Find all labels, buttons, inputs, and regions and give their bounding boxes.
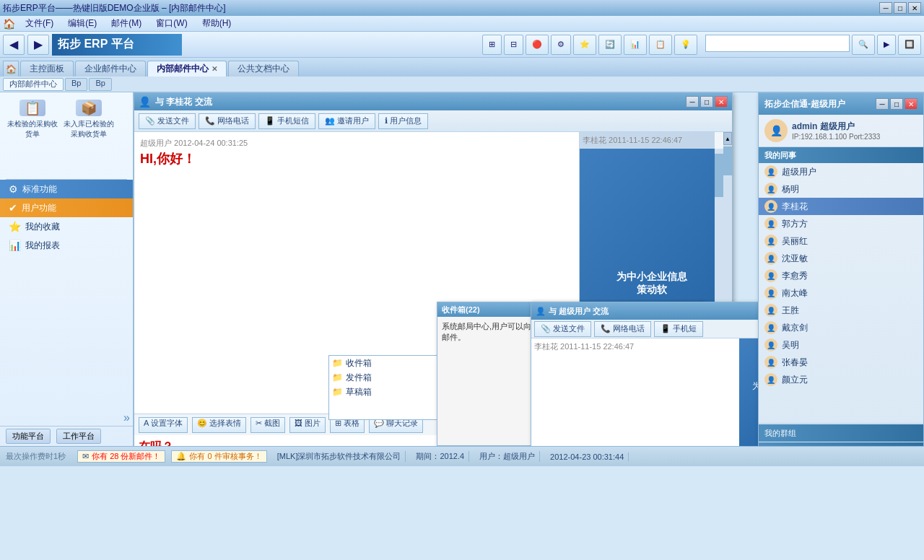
home-tab-icon[interactable]: 🏠: [3, 61, 19, 76]
tab-public-docs[interactable]: 公共文档中心: [228, 61, 299, 76]
icon-img-1: 📋: [19, 100, 45, 116]
tb-btn2[interactable]: ⊟: [504, 35, 523, 55]
screenshot-icon: ✂: [256, 419, 262, 427]
back-btn[interactable]: ◀: [3, 35, 25, 55]
contact-avatar-11: 👤: [764, 356, 777, 369]
chat-restore[interactable]: □: [700, 96, 713, 108]
audit-notice[interactable]: 🔔 你有 0 件审核事务！: [171, 450, 266, 463]
my-group-btn[interactable]: 我的群组: [759, 424, 923, 442]
company-status: [MLK]深圳市拓步软件技术有限公司: [273, 451, 406, 462]
invite-btn[interactable]: 👥 邀请用户: [318, 113, 375, 129]
menu-edit[interactable]: 编辑(E): [64, 16, 101, 31]
contacts-minimize[interactable]: ─: [876, 98, 889, 110]
tab-main-panel[interactable]: 主控面板: [20, 61, 74, 76]
send-file-btn[interactable]: 📎 发送文件: [139, 113, 196, 129]
title-text: 拓步ERP平台——热键旧版DEMO企业版 – [内部邮件中心]: [3, 2, 226, 14]
contact-wulihong[interactable]: 👤 吴丽红: [759, 232, 923, 250]
contact-liguihua[interactable]: 👤 李桂花: [759, 198, 923, 215]
contacts-close[interactable]: ✕: [905, 98, 918, 110]
contact-avatar-2: 👤: [764, 200, 777, 213]
network-phone-btn[interactable]: 📞 网络电话: [199, 113, 256, 129]
contact-guofangfang[interactable]: 👤 郭方方: [759, 215, 923, 232]
chat2-send-file-btn[interactable]: 📎 发送文件: [534, 321, 591, 337]
sub-tab-internal-mail[interactable]: 内部邮件中心: [3, 78, 64, 91]
phone-icon: 📞: [205, 116, 215, 126]
close-btn[interactable]: ✕: [908, 2, 921, 14]
contacts-panel: 拓步企信通-超级用户 ─ □ ✕ 👤 admin 超级用户 IP:192.168…: [758, 92, 924, 446]
bottom-tab-work[interactable]: 工作平台: [56, 429, 101, 444]
chat2-sms-btn[interactable]: 📱 手机短: [654, 321, 703, 337]
chat2-messages[interactable]: 李桂花 2011-11-15 22:46:47: [531, 338, 739, 446]
tb-btn6[interactable]: 🔄: [598, 35, 622, 55]
contact-superuser[interactable]: 👤 超级用户: [759, 163, 923, 180]
tb-btn3[interactable]: 🔴: [526, 35, 549, 55]
menu-help[interactable]: 帮助(H): [198, 16, 236, 31]
menu-standard[interactable]: ⚙ 标准功能: [0, 180, 133, 198]
tb-btn8[interactable]: 📋: [649, 35, 672, 55]
sub-tab-2[interactable]: Bp: [65, 78, 87, 91]
contact-yangming[interactable]: 👤 杨明: [759, 180, 923, 198]
search-box[interactable]: [705, 35, 850, 52]
contacts-restore[interactable]: □: [890, 98, 903, 110]
chat-image-text2: 策动软: [637, 284, 667, 297]
tb-btn1[interactable]: ⊞: [482, 35, 502, 55]
content-wrapper: 👤 与 李桂花 交流 ─ □ ✕ 📎 发送文件 📞 网络电话: [134, 92, 924, 446]
contact-liyuxiu[interactable]: 👤 李愈秀: [759, 267, 923, 284]
time-status: 2012-04-23 00:31:44: [546, 452, 629, 461]
picture-btn[interactable]: 🖼 图片: [289, 417, 326, 433]
chat-minimize[interactable]: ─: [686, 96, 699, 108]
contact-avatar-5: 👤: [764, 252, 777, 265]
bottom-tab-function[interactable]: 功能平台: [6, 429, 51, 444]
menu-window[interactable]: 窗口(W): [152, 16, 191, 31]
contact-yanliyuan[interactable]: 👤 颜立元: [759, 371, 923, 388]
contact-shenyamin[interactable]: 👤 沈亚敏: [759, 250, 923, 267]
chat-close-btn[interactable]: ✕: [715, 96, 728, 108]
menu-reports[interactable]: 📊 我的报表: [0, 236, 133, 255]
contacts-window-controls: ─ □ ✕: [876, 98, 918, 110]
chat2-phone-btn[interactable]: 📞 网络电话: [594, 321, 651, 337]
minimize-btn[interactable]: ─: [879, 2, 892, 14]
sidebar-icon-purchase2[interactable]: 📦 未入库已检验的采购收货单: [64, 100, 114, 139]
my-service-btn[interactable]: 我的客服: [759, 442, 923, 446]
nav-btn1[interactable]: ▶: [877, 35, 896, 55]
status-bar: 最次操作费时1秒 ✉ 你有 28 份新邮件！ 🔔 你有 0 件审核事务！ [ML…: [0, 446, 924, 466]
contact-avatar-1: 👤: [764, 183, 777, 196]
tab-enterprise-mail[interactable]: 企业邮件中心: [75, 61, 146, 76]
chat2-user-icon: 👤: [536, 307, 546, 316]
select-emoji-btn[interactable]: 😊 选择表情: [192, 417, 246, 433]
tb-btn5[interactable]: ⭐: [573, 35, 596, 55]
tab-close-icon[interactable]: ✕: [212, 65, 217, 73]
tb-btn7[interactable]: 📊: [624, 35, 647, 55]
nav-btn2[interactable]: 🔲: [898, 35, 921, 55]
scroll-thumb[interactable]: [723, 146, 732, 175]
mail-notice[interactable]: ✉ 你有 28 份新邮件！: [77, 450, 165, 463]
user-info-btn[interactable]: ℹ 用户信息: [378, 113, 428, 129]
contact-wuming[interactable]: 👤 吴明: [759, 336, 923, 354]
screenshot-btn[interactable]: ✂ 截图: [250, 417, 285, 433]
menu-bar: 🏠 文件(F) 编辑(E) 邮件(M) 窗口(W) 帮助(H): [0, 16, 924, 32]
tb-btn9[interactable]: 💡: [674, 35, 697, 55]
menu-mail[interactable]: 邮件(M): [107, 16, 146, 31]
contact-zhangchunyan[interactable]: 👤 张春晏: [759, 354, 923, 371]
sms-btn[interactable]: 📱 手机短信: [258, 113, 315, 129]
tb-btn4[interactable]: ⚙: [551, 35, 571, 55]
user-status: 用户：超级用户: [475, 451, 540, 462]
menu-file[interactable]: 文件(F): [21, 16, 58, 31]
sidebar-icon-purchase1[interactable]: 📋 未检验的采购收货单: [7, 100, 58, 139]
tab-internal-mail[interactable]: 内部邮件中心 ✕: [147, 61, 227, 76]
contact-wangsheng[interactable]: 👤 王胜: [759, 302, 923, 319]
chat-title-text: 与 李桂花 交流: [155, 96, 212, 108]
set-font-btn[interactable]: A 设置字体: [139, 417, 188, 433]
contact-daijingjian[interactable]: 👤 戴京剑: [759, 319, 923, 336]
search-btn[interactable]: 🔍: [852, 35, 875, 55]
scroll-up-btn[interactable]: ▲: [723, 132, 732, 145]
contact-nantaifeng[interactable]: 👤 南太峰: [759, 284, 923, 302]
maximize-btn[interactable]: □: [894, 2, 907, 14]
menu-favorites[interactable]: ⭐ 我的收藏: [0, 217, 133, 236]
title-bar: 拓步ERP平台——热键旧版DEMO企业版 – [内部邮件中心] ─ □ ✕: [0, 0, 924, 16]
menu-user-function[interactable]: ✔ 用户功能: [0, 198, 133, 217]
scrollbar-thumb: [715, 154, 723, 197]
sidebar-expand-btn[interactable]: »: [0, 410, 133, 426]
sub-tab-3[interactable]: Bp: [89, 78, 111, 91]
forward-btn[interactable]: ▶: [27, 35, 49, 55]
